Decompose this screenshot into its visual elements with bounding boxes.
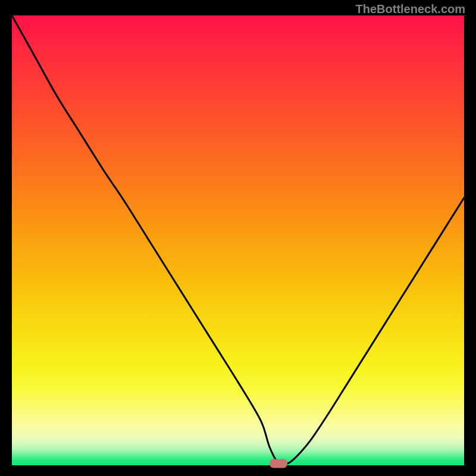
watermark-text: TheBottleneck.com <box>356 2 465 16</box>
chart-plot-area <box>12 15 464 465</box>
svg-rect-0 <box>12 15 464 465</box>
bottleneck-marker <box>270 459 287 468</box>
